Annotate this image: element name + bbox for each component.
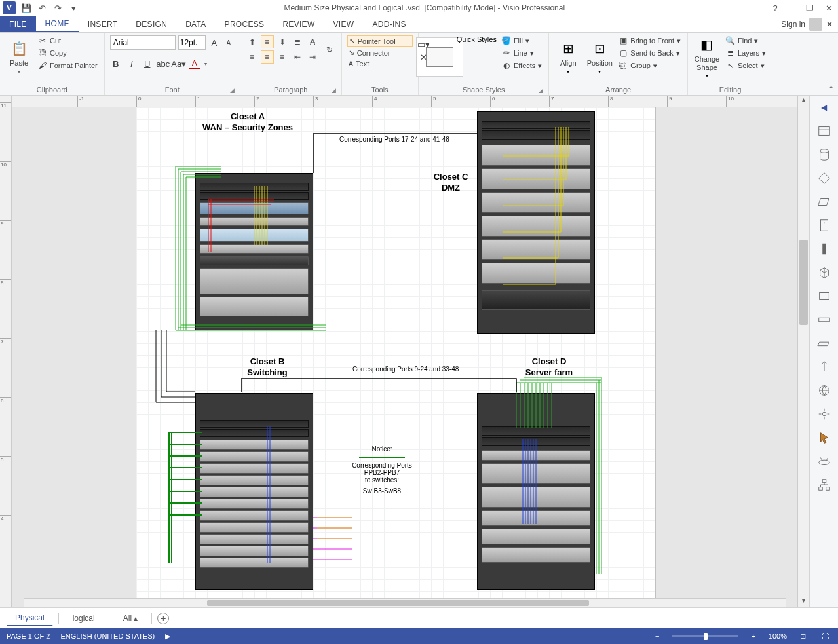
align-button[interactable]: ⊞Align▾: [554, 35, 582, 79]
status-language[interactable]: ENGLISH (UNITED STATES): [60, 632, 155, 640]
align-center-icon[interactable]: ≡: [261, 50, 274, 64]
font-size-input[interactable]: [178, 35, 206, 50]
scrollbar-horizontal[interactable]: [24, 598, 786, 607]
fullscreen-icon[interactable]: ⛶: [819, 632, 831, 640]
shape-globe-icon[interactable]: [816, 383, 832, 398]
select-button[interactable]: ↖Select▾: [725, 60, 767, 71]
qat-customize-icon[interactable]: ▾: [68, 3, 79, 13]
text-tool-button[interactable]: AText: [347, 59, 413, 68]
shape-switch-icon[interactable]: [816, 312, 832, 328]
bold-button[interactable]: B: [110, 58, 122, 69]
cut-button[interactable]: ✂Cut: [37, 35, 99, 46]
zoom-slider[interactable]: [672, 635, 738, 637]
shape-styles-dialog-launcher[interactable]: ◢: [539, 87, 543, 94]
align-bottom-icon[interactable]: ⬇: [276, 35, 289, 48]
font-dialog-launcher[interactable]: ◢: [230, 87, 235, 94]
paragraph-dialog-launcher[interactable]: ◢: [332, 87, 336, 94]
rack-closet-d[interactable]: [477, 393, 595, 590]
tab-file[interactable]: FILE: [0, 16, 36, 32]
minimize-icon[interactable]: –: [787, 3, 797, 13]
tab-process[interactable]: PROCESS: [216, 16, 274, 32]
shape-diamond-icon[interactable]: [816, 170, 832, 186]
font-name-input[interactable]: [110, 35, 176, 50]
zoom-in-button[interactable]: +: [748, 632, 757, 640]
tab-addins[interactable]: ADD-INS: [363, 16, 415, 32]
macro-icon[interactable]: ▶: [165, 632, 170, 641]
rack-closet-a[interactable]: [195, 173, 313, 330]
restore-icon[interactable]: ❐: [803, 3, 816, 13]
grow-font-icon[interactable]: A: [208, 37, 220, 48]
position-button[interactable]: ⊡Position▾: [586, 35, 613, 79]
page-tab-physical[interactable]: Physical: [7, 610, 53, 626]
close-icon[interactable]: ✕: [823, 3, 835, 13]
tab-view[interactable]: VIEW: [324, 16, 364, 32]
pointer-tool-button[interactable]: ↖Pointer Tool: [347, 35, 413, 47]
scrollbar-vertical[interactable]: ▴ ▾: [797, 96, 809, 607]
case-button[interactable]: Aa▾: [173, 58, 185, 69]
delete-tool-icon[interactable]: ✕: [418, 51, 430, 63]
find-button[interactable]: 🔍Find▾: [725, 35, 767, 46]
shape-parallelogram-icon[interactable]: [816, 194, 832, 210]
shape-hierarchy-icon[interactable]: [816, 477, 832, 493]
fill-button[interactable]: 🪣Fill▾: [501, 35, 543, 46]
rack-closet-b[interactable]: [195, 393, 313, 590]
canvas[interactable]: Closet AWAN – Security Zones Closet CDMZ…: [12, 107, 797, 607]
undo-icon[interactable]: ↶: [37, 3, 47, 13]
indent-inc-icon[interactable]: ⇥: [306, 50, 319, 64]
strike-button[interactable]: abc: [157, 58, 169, 69]
shape-pointer-icon[interactable]: [816, 430, 832, 445]
zoom-out-button[interactable]: −: [653, 632, 662, 640]
font-color-button[interactable]: A: [189, 58, 200, 69]
page-tab-logical[interactable]: logical: [64, 611, 104, 626]
clear-format-icon[interactable]: A̶: [306, 35, 319, 48]
rack-closet-c[interactable]: [477, 111, 595, 334]
group-button[interactable]: ⿻Group▾: [617, 60, 682, 71]
page-tab-all[interactable]: All ▴: [115, 611, 147, 626]
rectangle-tool-icon[interactable]: ▭▾: [418, 38, 430, 50]
fit-page-icon[interactable]: ⊡: [797, 632, 809, 641]
layers-button[interactable]: ≣Layers▾: [725, 48, 767, 58]
paste-button[interactable]: 📋 Paste ▾: [5, 35, 33, 79]
scroll-down-icon[interactable]: ▾: [798, 597, 809, 607]
copy-button[interactable]: ⿻Copy: [37, 48, 99, 58]
effects-button[interactable]: ◐Effects▾: [501, 60, 543, 71]
send-back-button[interactable]: ▢Send to Back▾: [617, 48, 682, 58]
scroll-up-icon[interactable]: ▴: [798, 96, 809, 106]
shape-box-icon[interactable]: [816, 288, 832, 304]
collapse-ribbon-icon[interactable]: ⌃: [828, 85, 834, 94]
help-icon[interactable]: ?: [771, 3, 780, 13]
align-left-icon[interactable]: ≡: [246, 50, 259, 64]
shape-cube-icon[interactable]: [816, 265, 832, 280]
signin-area[interactable]: Sign in ✕: [776, 16, 838, 32]
line-button[interactable]: ✏Line▾: [501, 48, 543, 58]
tab-data[interactable]: DATA: [176, 16, 215, 32]
add-page-button[interactable]: +: [157, 613, 169, 624]
tab-home[interactable]: HOME: [36, 16, 79, 32]
shape-satellite-icon[interactable]: [816, 406, 832, 422]
rotate-text-icon[interactable]: ↻: [323, 35, 336, 64]
bullets-icon[interactable]: ≣: [291, 35, 304, 48]
drawing-page[interactable]: Closet AWAN – Security Zones Closet CDMZ…: [136, 107, 655, 605]
indent-dec-icon[interactable]: ⇤: [291, 50, 304, 64]
bring-front-button[interactable]: ▣Bring to Front▾: [617, 35, 682, 46]
redo-icon[interactable]: ↷: [52, 3, 63, 13]
zoom-level[interactable]: 100%: [769, 632, 787, 640]
save-icon[interactable]: 💾: [21, 3, 31, 13]
expand-shapes-icon[interactable]: ◀: [816, 100, 832, 115]
close-doc-icon[interactable]: ✕: [826, 20, 833, 29]
shape-column-icon[interactable]: [816, 241, 832, 257]
tab-review[interactable]: REVIEW: [273, 16, 324, 32]
tab-design[interactable]: DESIGN: [126, 16, 176, 32]
align-right-icon[interactable]: ≡: [276, 50, 289, 64]
scroll-thumb[interactable]: [799, 240, 808, 325]
connector-tool-button[interactable]: ↘Connector: [347, 48, 413, 58]
shape-router-icon[interactable]: [816, 453, 832, 469]
shape-arrow-icon[interactable]: [816, 359, 832, 375]
italic-button[interactable]: I: [126, 58, 138, 69]
shrink-font-icon[interactable]: A: [223, 37, 235, 48]
shape-flat-icon[interactable]: [816, 335, 832, 351]
change-shape-button[interactable]: ◧Change Shape▾: [693, 35, 721, 79]
format-painter-button[interactable]: 🖌Format Painter: [37, 60, 99, 71]
shape-server-icon[interactable]: [816, 218, 832, 233]
align-middle-icon[interactable]: ≡: [261, 35, 274, 48]
